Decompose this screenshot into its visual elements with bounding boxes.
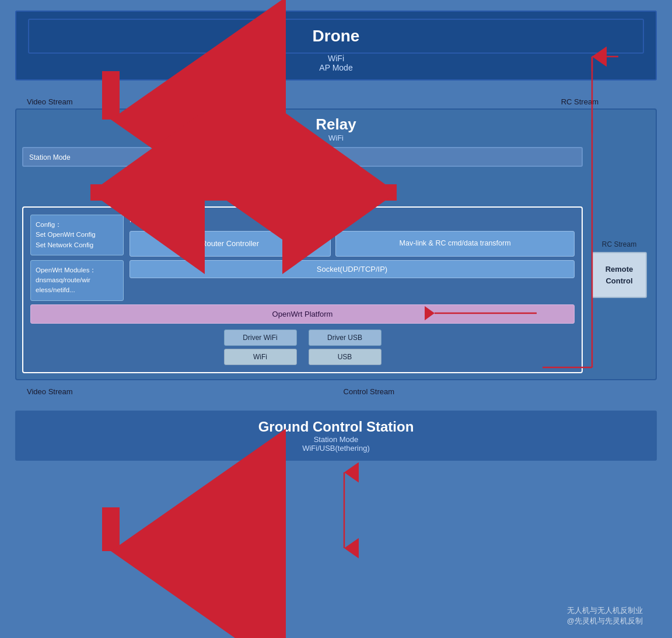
main-app-top-row: Router Controller Mav-link & RC cmd/data…	[130, 231, 575, 257]
openwrt-modules-detail: dnsmasq/route/wir eless/netifd...	[36, 276, 90, 293]
remote-side: RC Stream Remote Control	[589, 147, 650, 373]
relay-header: Relay WiFi	[22, 115, 650, 142]
driver-wifi-box: Driver WiFi	[224, 329, 297, 346]
router-controller-box: Router Controller	[130, 231, 331, 257]
config-box: Config： Set OpenWrt Config Set Network C…	[30, 215, 124, 255]
inner-white-box: Config： Set OpenWrt Config Set Network C…	[22, 206, 583, 373]
socket-box: Socket(UDP/TCP/IP)	[130, 260, 575, 278]
rc-stream-top-label: RC Stream	[561, 97, 645, 106]
remote-control-box: Remote Control	[592, 252, 647, 298]
config-line1: Set OpenWrt Config	[36, 231, 96, 238]
top-stream-row: Video Stream RC Stream	[15, 80, 657, 108]
openwrt-modules-box: OpenWrt Modules： dnsmasq/route/wir eless…	[30, 260, 124, 301]
openwrt-modules-label: OpenWrt Modules：	[36, 267, 96, 274]
socket-label: Socket(UDP/TCP/IP)	[317, 265, 387, 274]
gcs-box: Ground Control Station Station Mode WiFi…	[15, 411, 657, 461]
driver-usb-label: Driver USB	[327, 334, 362, 342]
station-mode-panel: Station Mode	[22, 147, 300, 167]
relay-section: Relay WiFi Station Mode AP Mode	[15, 108, 657, 380]
config-line2: Set Network Config	[36, 241, 93, 248]
usb-hw-box: USB	[309, 349, 382, 365]
remote-control-label: Remote Control	[606, 265, 634, 285]
relay-title: Relay	[22, 115, 650, 134]
main-layout: Drone WiFi AP Mode Video Stream RC Strea…	[15, 10, 657, 461]
config-main-row: Config： Set OpenWrt Config Set Network C…	[30, 215, 575, 301]
ap-mode-label: AP Mode	[312, 153, 341, 162]
watermark-sub: @先灵机与先灵机反制	[567, 616, 643, 626]
gcs-title: Ground Control Station	[27, 419, 645, 435]
driver-usb-box: Driver USB	[309, 329, 382, 346]
mavlink-box: Mav-link & RC cmd/data transform	[335, 231, 575, 257]
openwrt-platform-label: OpenWrt Platform	[272, 310, 333, 318]
drone-wifi: WiFi	[28, 54, 644, 63]
page-wrapper: Drone WiFi AP Mode Video Stream RC Strea…	[0, 0, 672, 638]
ap-mode-panel: AP Mode	[305, 147, 583, 167]
usb-hw-label: USB	[338, 353, 352, 361]
drone-mode: AP Mode	[28, 63, 644, 72]
relay-left-right: Station Mode AP Mode NAT + Routing	[22, 147, 583, 373]
gcs-connectivity: WiFi/USB(tethering)	[27, 444, 645, 453]
drone-title: Drone	[28, 19, 644, 54]
mavlink-label: Mav-link & RC cmd/data transform	[400, 239, 511, 247]
drone-box: Drone WiFi AP Mode	[15, 10, 657, 80]
nat-routing-label: NAT + Routing	[274, 180, 331, 189]
station-mode-label: Station Mode	[29, 153, 71, 162]
mode-panels-row: Station Mode AP Mode	[22, 147, 583, 167]
wifi-hw-box: WiFi	[224, 349, 297, 365]
config-left-column: Config： Set OpenWrt Config Set Network C…	[30, 215, 124, 301]
watermark-text: 无人机与无人机反制业	[567, 605, 643, 616]
rc-stream-side-label: RC Stream	[602, 240, 636, 248]
gcs-mode: Station Mode	[27, 435, 645, 444]
router-controller-label: Router Controller	[201, 239, 259, 248]
bottom-stream-row: Video Stream Control Stream	[15, 380, 657, 411]
wifi-hw-label: WiFi	[253, 353, 267, 361]
video-stream-bottom-label: Video Stream	[27, 387, 73, 396]
watermark: 无人机与无人机反制业 @先灵机与先灵机反制	[567, 605, 643, 626]
video-stream-top-label: Video Stream	[27, 97, 73, 106]
main-app-label: Main APP：	[130, 215, 575, 225]
config-label: Config：	[36, 221, 62, 228]
control-stream-label: Control Stream	[344, 387, 394, 396]
openwrt-platform-box: OpenWrt Platform	[30, 304, 575, 324]
wifi-driver-col: Driver WiFi WiFi	[224, 329, 297, 365]
nat-routing-area: NAT + Routing	[22, 167, 583, 202]
relay-wifi: WiFi	[22, 134, 650, 142]
main-app-right: Main APP： Router Controller Mav-link & R…	[130, 215, 575, 301]
drivers-hw-row: Driver WiFi WiFi Driver USB	[30, 329, 575, 365]
relay-body: Station Mode AP Mode NAT + Routing	[22, 147, 650, 373]
usb-driver-col: Driver USB USB	[309, 329, 382, 365]
driver-wifi-label: Driver WiFi	[243, 334, 277, 342]
